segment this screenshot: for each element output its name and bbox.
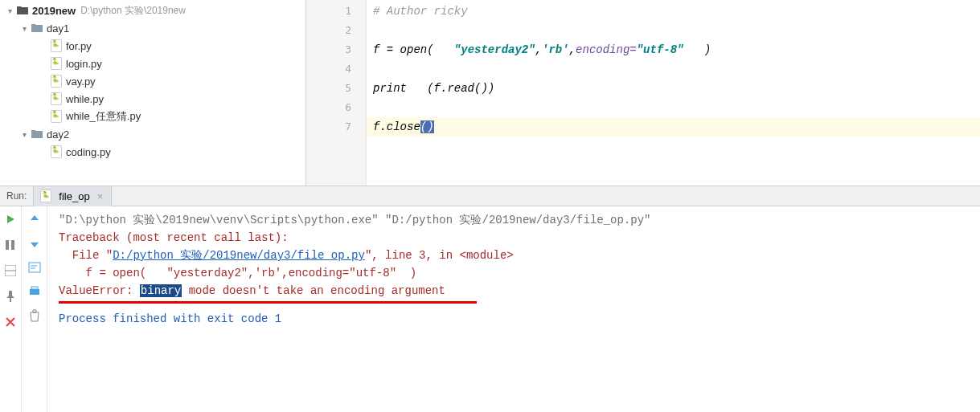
run-toolbar-left — [0, 206, 22, 412]
close-button[interactable] — [2, 314, 18, 330]
chevron-down-icon[interactable]: ▾ — [18, 22, 31, 35]
python-file-icon — [50, 75, 63, 88]
tree-file[interactable]: vay.py — [0, 72, 305, 90]
python-file-icon — [50, 39, 63, 52]
stop-button[interactable] — [2, 237, 18, 253]
soft-wrap-button[interactable] — [27, 259, 43, 275]
chevron-down-icon[interactable]: ▾ — [18, 128, 31, 141]
python-file-icon — [50, 145, 63, 158]
tree-file[interactable]: while_任意猜.py — [0, 108, 305, 125]
console-exit: Process finished with exit code 1 — [59, 310, 969, 328]
svg-rect-5 — [30, 289, 39, 295]
chevron-down-icon[interactable]: ▾ — [3, 4, 16, 17]
tree-folder-label: day1 — [47, 22, 69, 35]
tree-root[interactable]: ▾ 2019new D:\python 实验\2019new — [0, 2, 305, 19]
console-traceback: Traceback (most recent call last): — [59, 229, 969, 247]
python-file-icon — [50, 110, 63, 123]
pin-button[interactable] — [2, 288, 18, 304]
folder-icon — [31, 128, 43, 141]
svg-rect-1 — [11, 240, 14, 250]
python-file-icon — [40, 190, 51, 202]
run-label: Run: — [0, 190, 33, 202]
run-toolbar-right — [22, 206, 47, 412]
clear-button[interactable] — [27, 308, 43, 324]
console-command: "D:\python 实验\2019new\venv\Scripts\pytho… — [59, 211, 969, 229]
tree-file[interactable]: login.py — [0, 55, 305, 72]
python-file-icon — [50, 92, 63, 105]
run-tab-label: file_op — [59, 190, 89, 202]
project-tree: ▾ 2019new D:\python 实验\2019new ▾ day1 fo… — [0, 0, 306, 186]
tree-root-name: 2019new — [32, 5, 76, 17]
file-link[interactable]: D:/python 实验/2019new/day3/file op.py — [113, 249, 365, 262]
console-traceback-file: File "D:/python 实验/2019new/day3/file op.… — [59, 247, 969, 264]
tree-folder-day2[interactable]: ▾ day2 — [0, 125, 305, 143]
tree-root-path: D:\python 实验\2019new — [80, 4, 186, 18]
tree-folder-day1[interactable]: ▾ day1 — [0, 19, 305, 37]
folder-icon — [31, 22, 43, 35]
svg-rect-4 — [29, 263, 40, 272]
highlighted-word: binary — [140, 284, 182, 297]
rerun-button[interactable] — [2, 211, 18, 227]
annotation-underline — [59, 301, 477, 304]
close-icon[interactable]: × — [97, 190, 104, 202]
tree-file[interactable]: for.py — [0, 37, 305, 55]
run-toolwindow-header: Run: file_op × — [0, 186, 980, 206]
editor-selection: () — [420, 120, 434, 133]
scroll-down-button[interactable] — [27, 235, 43, 251]
console-output[interactable]: "D:\python 实验\2019new\venv\Scripts\pytho… — [47, 206, 980, 412]
code-editor[interactable]: 1 2 3 4 5 6 7 # Author ricky f = open( "… — [306, 0, 980, 186]
run-tab[interactable]: file_op × — [33, 186, 112, 206]
print-button[interactable] — [27, 284, 43, 300]
console-error: ValueError: binary mode doesn't take an … — [59, 282, 969, 300]
tree-file[interactable]: coding.py — [0, 143, 305, 161]
svg-rect-6 — [31, 287, 38, 289]
editor-gutter: 1 2 3 4 5 6 7 — [306, 0, 367, 186]
tree-folder-label: day2 — [47, 128, 69, 141]
svg-rect-0 — [6, 240, 9, 250]
scroll-up-button[interactable] — [27, 211, 43, 227]
tree-file[interactable]: while.py — [0, 90, 305, 108]
code-content[interactable]: # Author ricky f = open( "yesterday2",'r… — [367, 0, 980, 186]
console-traceback-code: f = open( "yesterday2",'rb',encoding="ut… — [59, 264, 969, 282]
layout-button[interactable] — [2, 263, 18, 279]
folder-icon — [16, 4, 29, 17]
python-file-icon — [50, 57, 63, 70]
